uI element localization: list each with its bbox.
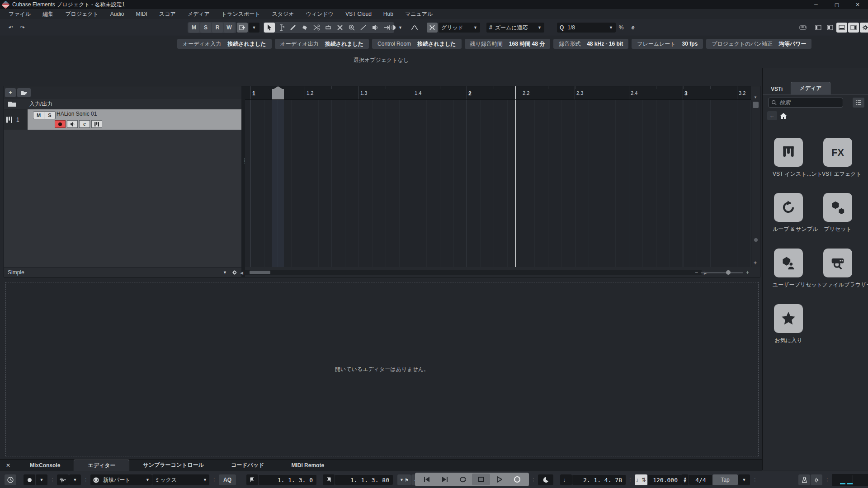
tap-tempo-dropdown[interactable]: ▼ [738, 474, 750, 485]
lower-zone-close-icon[interactable]: ✕ [0, 460, 16, 471]
menu-item-11[interactable]: Hub [377, 9, 399, 19]
monitor-button[interactable] [67, 120, 78, 128]
play-tool-icon[interactable] [370, 23, 381, 33]
quantize-dropdown[interactable]: Q 1/8▼ [557, 23, 616, 33]
iterative-quantize-icon[interactable]: % [616, 23, 627, 33]
racks-keyboard-icon[interactable] [797, 23, 808, 33]
transport-record-button[interactable] [508, 474, 526, 485]
go-to-next-marker-button[interactable] [436, 474, 454, 485]
info-chip-4[interactable]: 録音形式 48 kHz - 16 bit [553, 39, 628, 49]
glue-tool-icon[interactable] [323, 23, 334, 33]
track-list-empty-area[interactable] [4, 130, 241, 267]
menu-item-5[interactable]: スコア [153, 9, 182, 19]
menu-item-4[interactable]: MIDI [130, 9, 153, 19]
media-tile-1[interactable]: FX VST エフェクト [822, 138, 854, 178]
setup-gear-icon[interactable] [860, 23, 868, 33]
track-controls-preset-label[interactable]: Simple [8, 269, 24, 276]
track-name[interactable]: HALion Sonic 01 [57, 111, 97, 117]
primary-time-format-icon[interactable]: ♩ [560, 474, 572, 485]
media-tile-6[interactable]: お気に入り [773, 304, 804, 344]
metronome-setup-icon[interactable] [798, 474, 810, 485]
media-tile-2[interactable]: ループ & サンプル [773, 193, 804, 233]
media-list-view-icon[interactable] [853, 98, 864, 108]
info-chip-3[interactable]: 残り録音時間 168 時間 48 分 [465, 39, 551, 49]
vertical-scroll-thumb[interactable] [753, 102, 759, 108]
right-locator-icon[interactable] [323, 474, 335, 485]
arrangement-area[interactable] [245, 100, 751, 267]
menu-item-9[interactable]: ウィンドウ [300, 9, 340, 19]
draw-tool-icon[interactable] [288, 23, 298, 33]
tab-mixconsole[interactable]: MixConsole [16, 460, 74, 471]
mute-button[interactable]: M [33, 111, 44, 119]
ruler-zoom-caret[interactable]: ▼ [754, 95, 757, 99]
menu-item-1[interactable]: 編集 [37, 9, 59, 19]
media-tile-5[interactable]: ファイルブラウザー [822, 249, 854, 289]
bottom-zone-toggle-icon[interactable] [836, 23, 847, 33]
tab-サンプラーコントロール[interactable]: サンプラーコントロール [129, 460, 217, 471]
io-folder-row[interactable]: 入力/出力 [4, 99, 241, 109]
record-mode-dropdown[interactable]: ▼ [36, 474, 47, 485]
menu-item-3[interactable]: Audio [104, 9, 130, 19]
menu-item-10[interactable]: VST Cloud [340, 9, 377, 19]
preset-dropdown-caret[interactable]: ▼ [223, 270, 227, 275]
use-track-preset-button[interactable] [17, 88, 31, 97]
autoscroll-button[interactable] [237, 23, 248, 33]
erase-tool-icon[interactable] [299, 23, 310, 33]
media-tile-3[interactable]: プリセット [822, 193, 854, 233]
performance-meter[interactable] [832, 474, 868, 486]
tempo-spinner[interactable]: ▼▼ [681, 474, 689, 485]
horizontal-scroll-thumb[interactable] [250, 271, 270, 274]
right-zone-toggle-icon[interactable] [848, 23, 859, 33]
vertical-scrollbar[interactable]: ▼ + [751, 100, 760, 267]
quantize-panel-icon[interactable]: e [627, 23, 638, 33]
media-tile-4[interactable]: ユーザープリセット [773, 249, 804, 289]
automation-r-button[interactable]: R [212, 23, 223, 33]
horizontal-scrollbar[interactable] [245, 270, 702, 275]
menu-item-12[interactable]: マニュアル [399, 9, 439, 19]
automation-s-button[interactable]: S [200, 23, 211, 33]
tab-コードパッド[interactable]: コードパッド [217, 460, 278, 471]
info-chip-0[interactable]: オーディオ入力 接続されました [177, 39, 272, 49]
tab-エディター[interactable]: エディター [74, 460, 129, 471]
menu-item-8[interactable]: スタジオ [266, 9, 300, 19]
tempo-value[interactable]: 120.000 [648, 475, 681, 485]
maximize-button[interactable]: ▢ [826, 0, 847, 9]
media-tile-0[interactable]: VST インスト...ント [773, 138, 804, 178]
automation-w-button[interactable]: W [224, 23, 235, 33]
line-tool-icon[interactable] [358, 23, 369, 33]
right-locator-value[interactable]: 1. 1. 3. 80 [335, 475, 393, 485]
transport-gear-icon[interactable] [811, 474, 822, 485]
snap-on-off-icon[interactable] [427, 23, 438, 33]
menu-item-6[interactable]: メディア [182, 9, 216, 19]
info-chip-2[interactable]: Control Room 接続されました [372, 39, 461, 49]
midi-record-mode-dropdown[interactable]: ミックス▼ [152, 474, 209, 485]
zoom-slider-handle[interactable] [726, 270, 731, 275]
left-zone-toggle-icon[interactable] [813, 23, 824, 33]
home-icon[interactable] [780, 113, 787, 119]
split-tool-icon[interactable] [311, 23, 322, 33]
add-track-button[interactable]: + [5, 88, 16, 97]
autoscroll-options-dropdown[interactable]: ▼ [249, 23, 259, 33]
mute-tool-icon[interactable] [335, 23, 345, 33]
go-to-previous-marker-button[interactable] [418, 474, 436, 485]
info-chip-6[interactable]: プロジェクトのパン補正 均等パワー [706, 39, 811, 49]
back-arrow-icon[interactable]: ← [767, 111, 777, 120]
minimize-button[interactable]: ─ [806, 0, 826, 9]
track-row[interactable]: 1 M S HALion Sonic 01 e [4, 109, 241, 130]
info-chip-1[interactable]: オーディオ出力 接続されました [275, 39, 369, 49]
automation-curve-button[interactable] [409, 23, 420, 33]
vertical-zoom-plus[interactable]: + [754, 260, 757, 266]
instrument-button[interactable] [91, 120, 102, 128]
common-record-modes-icon[interactable] [5, 474, 16, 485]
menu-item-7[interactable]: トランスポート [216, 9, 266, 19]
media-search-input[interactable]: 検索 [768, 98, 843, 108]
audio-record-mode-icon[interactable] [57, 474, 69, 485]
edit-instrument-button[interactable]: e [79, 120, 90, 128]
right-zone-tab-メディア[interactable]: メディア [791, 82, 830, 94]
close-button[interactable]: ✕ [847, 0, 868, 9]
metronome-click-icon[interactable] [538, 474, 553, 485]
range-tool-icon[interactable] [276, 23, 287, 33]
right-zone-tab-VSTi[interactable]: VSTi [763, 84, 791, 94]
vertical-zoom-handle[interactable] [754, 238, 758, 242]
audio-record-mode-dropdown[interactable]: ▼ [69, 474, 81, 485]
